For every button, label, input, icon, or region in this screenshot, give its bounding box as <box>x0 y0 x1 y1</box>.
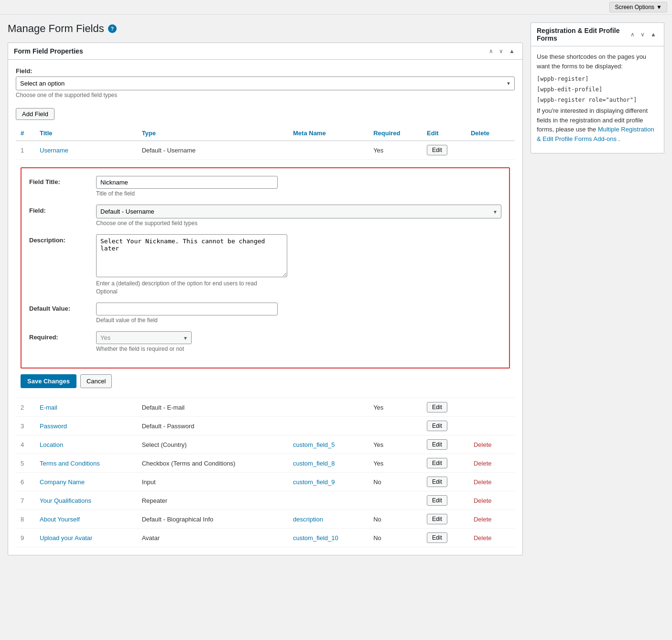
delete-button[interactable]: Delete <box>471 458 495 468</box>
delete-button[interactable]: Delete <box>471 440 495 450</box>
col-type: Type <box>137 126 288 141</box>
description-textarea[interactable]: Select Your Nickname. This cannot be cha… <box>96 234 287 277</box>
row-meta: custom_field_5 <box>288 435 369 454</box>
row-num: 9 <box>16 529 35 547</box>
delete-button[interactable]: Delete <box>471 477 495 487</box>
field-type-select[interactable]: Select an option <box>16 76 515 90</box>
sidebar-up-button[interactable]: ∧ <box>629 30 637 39</box>
screen-options-button[interactable]: Screen Options ▼ <box>609 2 667 12</box>
collapse-up-button[interactable]: ∧ <box>487 47 495 55</box>
required-hint: Whether the field is required or not <box>96 346 501 352</box>
postbox-content: Field: Select an option Choose one of th… <box>8 60 522 555</box>
row-delete-cell: Delete <box>466 491 515 510</box>
save-changes-button[interactable]: Save Changes <box>21 374 76 388</box>
required-select[interactable]: Yes No <box>96 331 192 344</box>
row-type: Default - E-mail <box>137 398 288 417</box>
description-label: Description: <box>29 234 96 295</box>
help-icon[interactable]: ? <box>108 24 117 33</box>
row-edit-cell: Edit <box>422 473 466 491</box>
field-type-field: Default - Username Choose one of the sup… <box>96 205 501 227</box>
edit-button[interactable]: Edit <box>427 495 447 506</box>
sidebar-box-header: Registration & Edit Profile Forms ∧ ∨ ▲ <box>531 23 664 46</box>
table-row: 6 Company Name Input custom_field_9 No E… <box>16 473 515 491</box>
page-title: Manage Form Fields ? <box>8 22 523 35</box>
row-edit-cell: Edit <box>422 417 466 435</box>
row-num: 8 <box>16 510 35 529</box>
field-title-hint: Title of the field <box>96 190 501 197</box>
table-row: 3 Password Default - Password Edit <box>16 417 515 435</box>
row-delete-cell <box>466 141 515 160</box>
row-num: 1 <box>16 141 35 160</box>
row-edit-cell: Edit <box>422 435 466 454</box>
row-num: 7 <box>16 491 35 510</box>
delete-button[interactable]: Delete <box>471 496 495 506</box>
screen-options-arrow: ▼ <box>656 4 662 11</box>
row-edit-cell: Edit <box>422 510 466 529</box>
default-value-input[interactable] <box>96 303 278 315</box>
field-label: Field: <box>16 67 515 75</box>
add-field-button[interactable]: Add Field <box>16 108 54 120</box>
row-num: 2 <box>16 398 35 417</box>
row-title[interactable]: Username <box>35 141 137 160</box>
row-meta: description <box>288 510 369 529</box>
row-type: Default - Username <box>137 141 288 160</box>
row-title[interactable]: Password <box>35 417 137 435</box>
edit-button[interactable]: Edit <box>427 514 447 524</box>
row-title[interactable]: Terms and Conditions <box>35 454 137 473</box>
edit-button[interactable]: Edit <box>427 532 447 543</box>
table-row: 5 Terms and Conditions Checkbox (Terms a… <box>16 454 515 473</box>
row-edit-cell: Edit <box>422 398 466 417</box>
col-meta-name: Meta Name <box>288 126 369 141</box>
table-row: 8 About Yourself Default - Biographical … <box>16 510 515 529</box>
table-row: 7 Your Qualifications Repeater Edit Dele… <box>16 491 515 510</box>
field-title-label: Field Title: <box>29 176 96 197</box>
sidebar-toggle-button[interactable]: ▲ <box>649 30 658 39</box>
row-title[interactable]: Your Qualifications <box>35 491 137 510</box>
collapse-down-button[interactable]: ∨ <box>497 47 505 55</box>
row-meta <box>288 491 369 510</box>
delete-button[interactable]: Delete <box>471 514 495 524</box>
row-num: 4 <box>16 435 35 454</box>
postbox-title: Form Field Properties <box>14 47 83 55</box>
row-required <box>369 417 422 435</box>
row-title[interactable]: About Yourself <box>35 510 137 529</box>
row-type: Default - Password <box>137 417 288 435</box>
sidebar-intro: Use these shortcodes on the pages you wa… <box>537 52 658 71</box>
row-num: 5 <box>16 454 35 473</box>
row-delete-cell <box>466 417 515 435</box>
table-row: 9 Upload your Avatar Avatar custom_field… <box>16 529 515 547</box>
edit-button[interactable]: Edit <box>427 477 447 487</box>
delete-button[interactable]: Delete <box>471 533 495 543</box>
row-delete-cell: Delete <box>466 529 515 547</box>
row-title[interactable]: Location <box>35 435 137 454</box>
edit-form-box: Field Title: Title of the field Fiel <box>21 167 510 369</box>
row-title[interactable]: Company Name <box>35 473 137 491</box>
field-type-hint: Choose one of the supported field types <box>96 220 501 227</box>
main-content: Manage Form Fields ? Form Field Properti… <box>8 22 523 563</box>
table-row: 2 E-mail Default - E-mail Yes Edit <box>16 398 515 417</box>
edit-button[interactable]: Edit <box>427 458 447 468</box>
field-select-wrap: Select an option <box>16 76 515 90</box>
default-value-label: Default Value: <box>29 303 96 324</box>
row-type: Avatar <box>137 529 288 547</box>
edit-button[interactable]: Edit <box>427 421 447 431</box>
sidebar-down-button[interactable]: ∨ <box>639 30 647 39</box>
cancel-button[interactable]: Cancel <box>80 374 112 388</box>
row-title[interactable]: E-mail <box>35 398 137 417</box>
field-title-input[interactable] <box>96 176 278 189</box>
row-delete-cell <box>466 398 515 417</box>
edit-button[interactable]: Edit <box>427 402 447 412</box>
toggle-button[interactable]: ▲ <box>507 47 517 55</box>
shortcode-2: [wppb-edit-profile] <box>537 85 658 94</box>
row-delete-cell: Delete <box>466 473 515 491</box>
edit-button[interactable]: Edit <box>427 145 447 155</box>
row-delete-cell: Delete <box>466 454 515 473</box>
table-row: 4 Location Select (Country) custom_field… <box>16 435 515 454</box>
required-select-wrap: Yes No <box>96 331 192 344</box>
field-type-select-edit[interactable]: Default - Username <box>96 205 501 218</box>
row-type: Repeater <box>137 491 288 510</box>
postbox-controls: ∧ ∨ ▲ <box>487 47 517 55</box>
row-title[interactable]: Upload your Avatar <box>35 529 137 547</box>
edit-button[interactable]: Edit <box>427 439 447 450</box>
col-required: Required <box>369 126 422 141</box>
